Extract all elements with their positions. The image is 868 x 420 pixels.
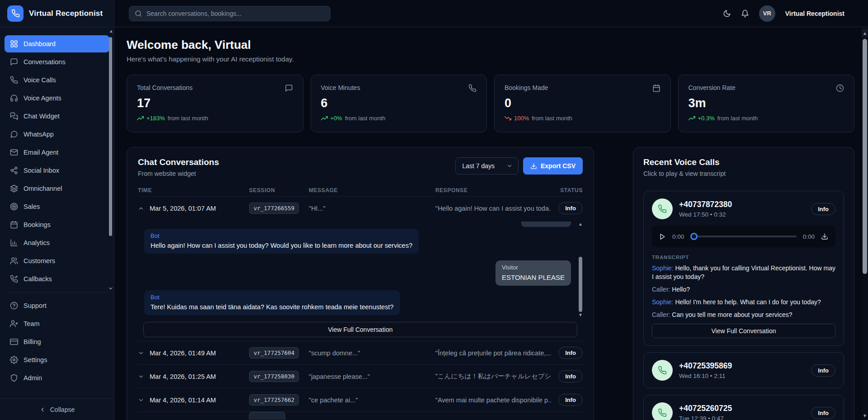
sidebar-item-label: Callbacks xyxy=(24,275,52,283)
user-plus-icon xyxy=(10,320,18,328)
global-search[interactable] xyxy=(129,6,330,21)
date-range-value: Last 7 days xyxy=(462,162,495,170)
transcript-speaker: Sophie: xyxy=(652,264,673,272)
sidebar-item-customers[interactable]: Customers xyxy=(5,252,109,269)
stat-delta: +183% xyxy=(146,115,165,122)
sidebar-item-label: Admin xyxy=(24,374,42,382)
message-circle-icon xyxy=(10,130,18,138)
sidebar-item-email-agent[interactable]: Email Agent xyxy=(5,144,109,161)
trending-up-icon xyxy=(689,115,695,122)
sidebar-item-sales[interactable]: Sales xyxy=(5,198,109,215)
info-button[interactable]: Info xyxy=(811,364,835,377)
sidebar-item-label: Chat Widget xyxy=(24,113,60,120)
sidebar-item-label: Bookings xyxy=(24,221,51,228)
table-row-partial[interactable] xyxy=(138,411,583,420)
main-area: VR Virtual Receptionist Welcome back, Vi… xyxy=(114,0,868,420)
download-icon[interactable] xyxy=(821,233,828,240)
sidebar-item-whatsapp[interactable]: WhatsApp xyxy=(5,126,109,143)
info-button[interactable]: Info xyxy=(558,347,583,359)
scroll-down-icon[interactable]: ▼ xyxy=(578,312,583,317)
stat-card-voice-minutes: Voice Minutes 6 +0% from last month xyxy=(311,75,487,132)
row-response: "Hello again! How can I assist you toda.… xyxy=(435,205,551,212)
sidebar-item-support[interactable]: Support xyxy=(5,297,109,314)
table-row[interactable]: Mar 4, 2026, 01:14 AM vr_177257662 "ce p… xyxy=(138,388,583,411)
voice-call-card[interactable]: +40725260725 Tue 12:39 • 0:47 Info xyxy=(643,395,844,420)
call-meta: Wed 16:10 • 2:11 xyxy=(679,373,805,379)
info-button[interactable]: Info xyxy=(811,203,835,215)
chevron-down-icon[interactable] xyxy=(138,397,144,403)
sidebar-item-label: Team xyxy=(24,320,39,327)
sidebar-item-omnichannel[interactable]: Omnichannel xyxy=(5,180,109,197)
sidebar-item-billing[interactable]: Billing xyxy=(5,333,109,350)
chevron-down-icon[interactable] xyxy=(108,286,113,291)
sidebar-item-voice-calls[interactable]: Voice Calls xyxy=(5,71,109,89)
transcript-text: Hello! I'm here to help. What can I do f… xyxy=(675,298,821,306)
stat-value: 6 xyxy=(321,96,477,110)
transcript-line: Caller: Can you tell me more about your … xyxy=(652,311,835,319)
view-full-conversation-button[interactable]: View Full Conversation xyxy=(652,324,835,338)
transcript-line: Caller: Hello? xyxy=(652,285,835,294)
call-number: +40737872380 xyxy=(679,200,805,209)
scroll-down-icon[interactable]: ▼ xyxy=(862,413,868,418)
sidebar-scrollbar-thumb[interactable] xyxy=(109,37,112,236)
conversation-scrollbar: ▲ ▼ xyxy=(578,222,583,317)
main-columns: Chat Conversations From website widget L… xyxy=(127,147,854,420)
trending-up-icon xyxy=(137,115,144,122)
dashboard-content: Welcome back, Virtual Here's what's happ… xyxy=(114,27,868,420)
calendar-icon xyxy=(10,221,18,229)
share-icon xyxy=(10,166,18,175)
collapse-label: Collapse xyxy=(50,406,75,413)
sidebar-item-bookings[interactable]: Bookings xyxy=(5,216,109,233)
user-avatar[interactable]: VR xyxy=(759,5,775,22)
sidebar-item-analytics[interactable]: Analytics xyxy=(5,234,109,251)
sidebar-item-dashboard[interactable]: Dashboard xyxy=(5,35,109,52)
page-scrollbar-thumb[interactable] xyxy=(863,39,867,274)
row-response: "Avem mai multe pachete disponibile p... xyxy=(435,396,551,404)
slider-thumb[interactable] xyxy=(690,233,698,240)
sidebar-item-team[interactable]: Team xyxy=(5,315,109,332)
table-row-expanded[interactable]: Mar 5, 2026, 01:07 AM vr_177266559 "HI..… xyxy=(138,196,583,220)
chevron-up-icon[interactable] xyxy=(138,205,144,212)
info-button[interactable]: Info xyxy=(811,407,835,419)
sidebar-item-callbacks[interactable]: Callbacks xyxy=(5,270,109,288)
date-range-select[interactable]: Last 7 days xyxy=(455,157,519,175)
notifications-button[interactable] xyxy=(741,9,749,18)
visitor-message-bubble: Visitor ESTONIAN PLEASE xyxy=(495,260,571,286)
download-icon xyxy=(530,163,537,170)
dark-mode-toggle[interactable] xyxy=(723,9,731,18)
table-row[interactable]: Mar 4, 2026, 01:25 AM vr_177258030 "japa… xyxy=(138,364,583,388)
play-button[interactable] xyxy=(659,233,666,240)
voice-call-card-expanded[interactable]: +40737872380 Wed 17:50 • 0:32 Info 0:00 xyxy=(643,191,844,346)
sidebar-item-social-inbox[interactable]: Social Inbox xyxy=(5,162,109,179)
info-button[interactable]: Info xyxy=(558,394,583,406)
sidebar-item-voice-agents[interactable]: Voice Agents xyxy=(5,90,109,107)
sidebar-item-admin[interactable]: Admin xyxy=(5,369,109,387)
messages-icon xyxy=(10,112,18,120)
voice-call-card[interactable]: +40725395869 Wed 16:10 • 2:11 Info xyxy=(643,352,844,388)
sidebar-item-conversations[interactable]: Conversations xyxy=(5,53,109,71)
collapse-button[interactable]: Collapse xyxy=(0,398,114,420)
scroll-up-icon[interactable]: ▲ xyxy=(578,222,583,227)
seek-slider[interactable] xyxy=(690,233,796,240)
bell-icon xyxy=(741,9,749,18)
audio-player: 0:00 0:00 xyxy=(652,226,835,247)
view-full-conversation-button[interactable]: View Full Conversation xyxy=(143,322,577,337)
table-row[interactable]: Mar 4, 2026, 01:49 AM vr_177257604 "scum… xyxy=(138,341,583,364)
scroll-up-icon[interactable]: ▲ xyxy=(109,29,113,33)
info-button[interactable]: Info xyxy=(558,202,583,214)
stat-value: 3m xyxy=(689,96,844,110)
sidebar-item-chat-widget[interactable]: Chat Widget xyxy=(5,108,109,125)
row-time: Mar 4, 2026, 01:25 AM xyxy=(150,373,216,380)
help-circle-icon xyxy=(10,302,18,310)
scroll-up-icon[interactable]: ▲ xyxy=(862,29,868,37)
transcript-text: Hello, thank you for calling Virtual Rec… xyxy=(652,264,835,280)
sidebar-item-settings[interactable]: Settings xyxy=(5,351,109,368)
conversation-scrollbar-thumb[interactable] xyxy=(579,257,582,312)
export-csv-button[interactable]: Export CSV xyxy=(523,157,583,175)
chevron-down-icon[interactable] xyxy=(138,373,144,380)
info-button[interactable]: Info xyxy=(558,370,583,382)
chevron-down-icon[interactable] xyxy=(138,350,144,356)
sidebar-item-label: Customers xyxy=(24,257,55,264)
row-time: Mar 5, 2026, 01:07 AM xyxy=(150,205,216,212)
search-input[interactable] xyxy=(146,10,325,17)
